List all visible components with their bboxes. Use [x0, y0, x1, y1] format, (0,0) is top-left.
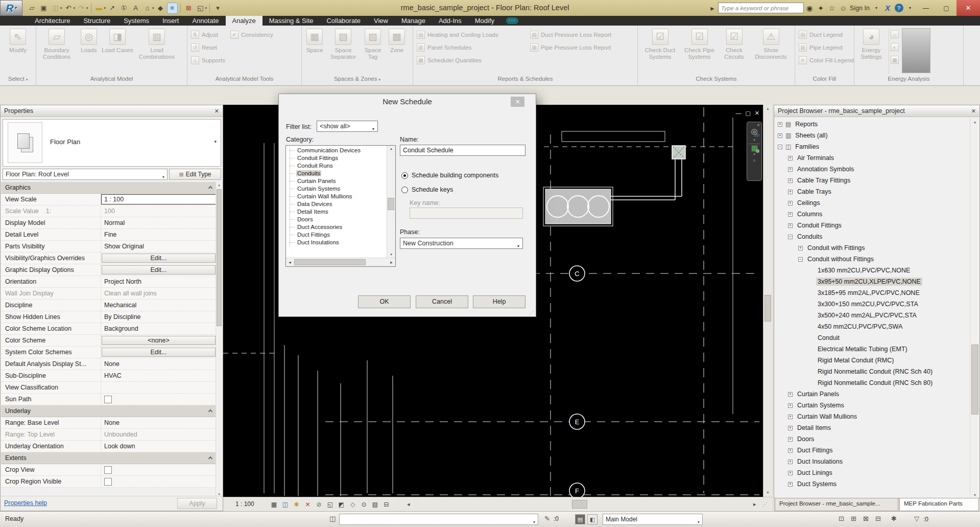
tree-expander-icon[interactable]: + — [778, 122, 782, 127]
panel-label-check-systems[interactable]: Check Systems — [638, 74, 795, 85]
tree-expander-icon[interactable]: + — [788, 392, 793, 397]
tree-expander-icon[interactable]: + — [788, 460, 793, 464]
select-links-icon[interactable]: ⊡ — [839, 515, 844, 522]
tree-item[interactable]: Rigid Nonmetallic Conduit (RNC Sch 40) — [775, 366, 970, 377]
sync-dropdown-icon[interactable]: ▾ — [60, 6, 62, 10]
select-by-face-icon[interactable]: ⊟ — [875, 515, 881, 522]
tree-item[interactable]: + Annotation Symbols — [775, 164, 970, 175]
show-disconnects-button[interactable]: ⚠ Show Disconnects — [750, 27, 793, 60]
tree-item[interactable]: + Curtain Panels — [775, 388, 970, 400]
tree-expander-icon[interactable]: + — [798, 246, 803, 250]
design-option-combo[interactable]: Main Model ▾ — [603, 514, 703, 525]
properties-scrollbar[interactable]: ▴ ▾ — [216, 182, 222, 497]
tree-expander-icon[interactable]: + — [788, 426, 793, 430]
load-cases-button[interactable]: ◨ Load Cases — [102, 27, 133, 54]
property-row[interactable]: System Color Schemes Edit... — [1, 347, 217, 358]
drag-on-selection-icon[interactable]: ✱ — [891, 515, 897, 522]
property-row[interactable]: Wall Join Display Clean all wall joins — [1, 288, 217, 300]
tree-item[interactable]: + Columns — [775, 209, 970, 220]
panel-label-analytical-model-tools[interactable]: Analytical Model Tools — [187, 74, 301, 85]
view-selector-combo[interactable]: Floor Plan: Roof Level ▾ — [3, 169, 168, 180]
property-row[interactable]: Visibility/Graphics Overrides Edit... — [1, 253, 217, 264]
property-row[interactable]: Sub-Discipline HVAC — [1, 370, 217, 382]
scroll-up-icon[interactable]: ▴ — [763, 105, 772, 113]
space-separator-button[interactable]: ▨ Space Separator — [326, 27, 360, 60]
category-item[interactable]: Duct Accessories — [286, 223, 387, 231]
tree-item[interactable]: + Cable Tray Fittings — [775, 175, 970, 186]
tree-item[interactable]: − Conduit without Fittings — [775, 254, 970, 265]
category-vscroll-thumb[interactable] — [388, 198, 394, 210]
minimize-button[interactable]: — — [916, 0, 936, 16]
view-close-icon[interactable]: ✕ — [755, 110, 759, 117]
duct-legend-button[interactable]: ▤Duct Legend — [796, 28, 856, 41]
phase-combo[interactable]: New Construction ▾ — [400, 238, 523, 249]
property-row[interactable]: View Classification — [1, 382, 217, 394]
tree-item[interactable]: + Detail Items — [775, 422, 970, 433]
type-selector[interactable]: Floor Plan ▾ — [3, 119, 221, 167]
panel-label-analytical-model[interactable]: Analytical Model — [36, 74, 187, 85]
close-hidden-windows-icon[interactable]: ⊠ — [183, 3, 194, 14]
property-row[interactable]: Underlay Orientation Look down — [1, 441, 217, 452]
category-item[interactable]: Conduit Fittings — [286, 154, 387, 162]
property-row[interactable]: Underlay — [1, 405, 217, 417]
project-browser-close-icon[interactable]: ✕ — [971, 105, 976, 117]
category-item[interactable]: Conduits — [286, 170, 387, 177]
hscroll-right-icon[interactable]: ▸ — [753, 501, 756, 508]
favorites-icon[interactable]: ☆ — [826, 2, 838, 14]
help-icon[interactable]: ? — [893, 2, 904, 14]
boundary-conditions-button[interactable]: ▱ Boundary Conditions — [37, 27, 76, 60]
zone-button[interactable]: ▩ Zone — [386, 27, 408, 54]
category-item[interactable]: Curtain Systems — [286, 185, 387, 193]
sync-icon[interactable]: ◫ — [50, 3, 61, 14]
tree-expander-icon[interactable]: + — [778, 133, 782, 138]
customize-qat-icon[interactable]: ▾ — [212, 3, 223, 14]
tab-collaborate[interactable]: Collaborate — [320, 16, 367, 26]
schedule-building-components-radio[interactable]: Schedule building components — [401, 172, 498, 179]
category-item[interactable]: Doors — [286, 216, 387, 223]
tree-item[interactable]: + ▥ Sheets (all) — [775, 130, 970, 141]
property-row[interactable]: Detail Level Fine — [1, 229, 217, 241]
tree-item[interactable]: − ◫ Families — [775, 141, 970, 152]
property-row[interactable]: Range: Top Level Unbounded — [1, 429, 217, 441]
consistency-button[interactable]: ✔Consistency — [228, 28, 276, 41]
scroll-down-icon[interactable]: ▾ — [970, 493, 979, 497]
editable-only-icon[interactable]: ✎ — [544, 515, 550, 522]
communication-center-icon[interactable]: ✦ — [815, 2, 826, 14]
worksets-dropdown-icon[interactable]: ▾ — [533, 517, 535, 527]
view-selector-dropdown-icon[interactable]: ▾ — [162, 172, 164, 180]
phase-dropdown-icon[interactable]: ▾ — [517, 241, 519, 251]
property-row[interactable]: Show Hidden Lines By Discipline — [1, 311, 217, 323]
section-collapse-icon[interactable] — [208, 456, 212, 461]
property-row[interactable]: Orientation Project North — [1, 276, 217, 288]
worksharing-display-icon[interactable]: ▤ — [370, 499, 380, 509]
property-row[interactable]: Parts Visibility Show Original — [1, 241, 217, 253]
search-input[interactable] — [718, 3, 804, 13]
select-underlay-icon[interactable]: ⊞ — [851, 515, 856, 522]
tree-expander-icon[interactable]: − — [778, 145, 782, 149]
panel-label-energy-analysis[interactable]: Energy Analysis — [854, 74, 963, 85]
search-collapse-icon[interactable]: ▸ — [707, 2, 718, 14]
tree-item[interactable]: + Curtain Systems — [775, 400, 970, 411]
property-row[interactable]: Color Scheme <none> — [1, 335, 217, 347]
tree-item[interactable]: 3x95+50 mm2CU,XLPE/PVC,NONE — [775, 276, 970, 287]
type-selector-dropdown-icon[interactable]: ▾ — [214, 139, 217, 144]
hscroll-left-icon[interactable]: ◂ — [407, 501, 410, 508]
property-row[interactable]: Crop View — [1, 464, 217, 476]
tab-architecture[interactable]: Architecture — [28, 16, 77, 26]
property-row[interactable]: View Scale 1 : 100 — [1, 194, 217, 205]
crop-view-icon[interactable]: ◱ — [325, 499, 335, 509]
switch-windows-icon[interactable]: ◱ — [195, 3, 206, 14]
tab-systems[interactable]: Systems — [117, 16, 156, 26]
property-row[interactable]: Discipline Mechanical — [1, 300, 217, 311]
temporary-hide-isolate-icon[interactable]: ◇ — [348, 499, 357, 509]
canvas-hscroll-thumb[interactable] — [572, 500, 587, 509]
show-crop-region-icon[interactable]: ◩ — [337, 499, 346, 509]
space-button[interactable]: ▦ Space — [303, 27, 326, 54]
search-icon[interactable]: ◉ — [804, 2, 815, 14]
tab-structure[interactable]: Structure — [77, 16, 117, 26]
view3d-dropdown-icon[interactable]: ▾ — [152, 6, 154, 10]
category-item[interactable]: Curtain Wall Mullions — [286, 193, 387, 200]
tree-expander-icon[interactable]: + — [788, 178, 793, 183]
filter-list-dropdown-icon[interactable]: ▾ — [372, 124, 374, 134]
cancel-button[interactable]: Cancel — [416, 295, 468, 308]
